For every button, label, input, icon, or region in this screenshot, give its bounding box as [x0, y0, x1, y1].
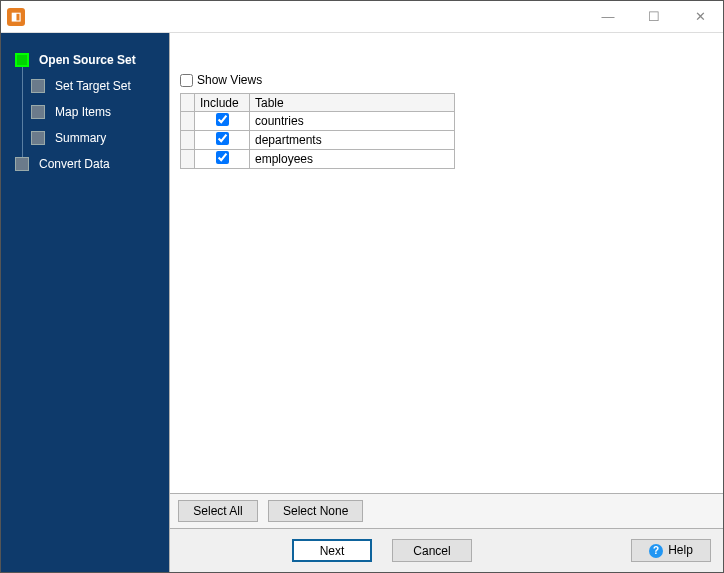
tables-grid: Include Table countries [180, 93, 455, 169]
titlebar: ◧ — ☐ ✕ [1, 1, 723, 33]
show-views-label: Show Views [197, 73, 262, 87]
selection-bar: Select All Select None [170, 493, 723, 528]
show-views-checkbox[interactable]: Show Views [180, 73, 713, 87]
wizard-button-bar: Next Cancel Help [170, 528, 723, 572]
step-marker-icon [31, 131, 45, 145]
step-marker-icon [31, 105, 45, 119]
select-all-button[interactable]: Select All [178, 500, 258, 522]
step-label: Summary [55, 131, 106, 145]
step-label: Open Source Set [39, 53, 136, 67]
step-marker-icon [15, 157, 29, 171]
row-selector[interactable] [181, 150, 195, 169]
spacer [492, 539, 611, 562]
main-panel: Show Views Include Table [169, 33, 723, 572]
table-row: employees [181, 150, 455, 169]
col-table: Table [250, 94, 455, 112]
include-checkbox[interactable] [216, 113, 229, 126]
wizard-window: ◧ — ☐ ✕ Open Source Set Set Target Set [0, 0, 724, 573]
table-header-row: Include Table [181, 94, 455, 112]
help-button[interactable]: Help [631, 539, 711, 562]
row-header-blank [181, 94, 195, 112]
step-label: Convert Data [39, 157, 110, 171]
include-cell[interactable] [195, 112, 250, 131]
include-cell[interactable] [195, 150, 250, 169]
step-label: Set Target Set [55, 79, 131, 93]
spacer [182, 539, 272, 562]
table-name-cell[interactable]: employees [250, 150, 455, 169]
row-selector[interactable] [181, 131, 195, 150]
step-map-items[interactable]: Map Items [1, 99, 169, 125]
step-marker-icon [31, 79, 45, 93]
table-name-cell[interactable]: departments [250, 131, 455, 150]
step-set-target-set[interactable]: Set Target Set [1, 73, 169, 99]
table-row: countries [181, 112, 455, 131]
include-checkbox[interactable] [216, 132, 229, 145]
col-include: Include [195, 94, 250, 112]
table-row: departments [181, 131, 455, 150]
body: Open Source Set Set Target Set Map Items… [1, 33, 723, 572]
show-views-input[interactable] [180, 74, 193, 87]
row-selector[interactable] [181, 112, 195, 131]
cancel-button[interactable]: Cancel [392, 539, 472, 562]
step-summary[interactable]: Summary [1, 125, 169, 151]
close-button[interactable]: ✕ [677, 1, 723, 33]
wizard-sidebar: Open Source Set Set Target Set Map Items… [1, 33, 169, 572]
select-none-button[interactable]: Select None [268, 500, 363, 522]
step-open-source-set[interactable]: Open Source Set [1, 47, 169, 73]
step-marker-icon [15, 53, 29, 67]
content-area: Show Views Include Table [170, 33, 723, 493]
include-cell[interactable] [195, 131, 250, 150]
step-list: Open Source Set Set Target Set Map Items… [1, 47, 169, 177]
include-checkbox[interactable] [216, 151, 229, 164]
step-convert-data[interactable]: Convert Data [1, 151, 169, 177]
maximize-button[interactable]: ☐ [631, 1, 677, 33]
next-button[interactable]: Next [292, 539, 372, 562]
minimize-button[interactable]: — [585, 1, 631, 33]
app-icon: ◧ [7, 8, 25, 26]
step-label: Map Items [55, 105, 111, 119]
table-name-cell[interactable]: countries [250, 112, 455, 131]
window-buttons: — ☐ ✕ [585, 1, 723, 33]
